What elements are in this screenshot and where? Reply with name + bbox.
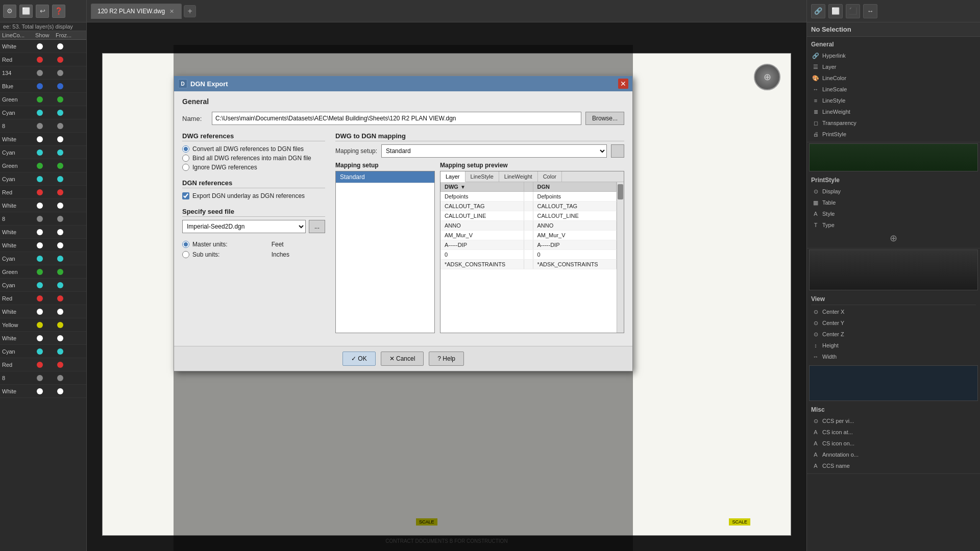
- layer-froz-dot[interactable]: [57, 136, 63, 142]
- layer-row[interactable]: Red: [0, 53, 86, 66]
- layer-row[interactable]: Cyan: [0, 172, 86, 186]
- radio-bind[interactable]: Bind all DWG references into main DGN fi…: [182, 154, 325, 163]
- layer-froz-dot[interactable]: [57, 256, 63, 262]
- layer-show-dot[interactable]: [37, 43, 43, 49]
- layer-row[interactable]: White: [0, 199, 86, 212]
- layer-froz-dot[interactable]: [57, 70, 63, 76]
- right-tool-3[interactable]: ⬛: [846, 4, 860, 18]
- layer-row[interactable]: Red: [0, 186, 86, 199]
- name-input[interactable]: [212, 112, 581, 125]
- layer-froz-dot[interactable]: [57, 96, 63, 103]
- layer-show-dot[interactable]: [37, 388, 43, 394]
- layer-show-dot[interactable]: [37, 110, 43, 116]
- mapping-setup-select[interactable]: Standard: [381, 144, 607, 158]
- layer-froz-dot[interactable]: [57, 203, 63, 209]
- layer-row[interactable]: White: [0, 332, 86, 345]
- layer-row[interactable]: 8: [0, 212, 86, 226]
- layer-show-dot[interactable]: [37, 123, 43, 129]
- layer-row[interactable]: Red: [0, 358, 86, 371]
- layer-row[interactable]: White: [0, 385, 86, 398]
- tool-icon-2[interactable]: ⬜: [19, 5, 33, 18]
- tool-icon-4[interactable]: ❓: [52, 5, 65, 18]
- layer-row[interactable]: Cyan: [0, 345, 86, 358]
- preview-table-row[interactable]: A-----DIPA-----DIP: [440, 240, 617, 250]
- layer-row[interactable]: Red: [0, 292, 86, 305]
- layer-froz-dot[interactable]: [57, 322, 63, 328]
- preview-tab-layer[interactable]: Layer: [440, 171, 465, 182]
- layer-show-dot[interactable]: [37, 176, 43, 182]
- tab-active[interactable]: 120 R2 PLAN VIEW.dwg ✕: [91, 4, 182, 19]
- layer-show-dot[interactable]: [37, 96, 43, 103]
- layer-show-dot[interactable]: [37, 189, 43, 195]
- layer-row[interactable]: Cyan: [0, 252, 86, 265]
- sub-units-row[interactable]: Sub units:: [182, 251, 263, 259]
- layer-froz-dot[interactable]: [57, 216, 63, 222]
- layer-row[interactable]: White: [0, 133, 86, 146]
- tool-icon-1[interactable]: ⚙: [3, 5, 16, 18]
- layer-show-dot[interactable]: [37, 309, 43, 315]
- preview-scrollbar[interactable]: [617, 182, 624, 333]
- layer-show-dot[interactable]: [37, 70, 43, 76]
- layer-row[interactable]: 134: [0, 66, 86, 80]
- browse-button[interactable]: Browse...: [585, 112, 624, 125]
- layer-froz-dot[interactable]: [57, 335, 63, 341]
- layer-froz-dot[interactable]: [57, 295, 63, 302]
- layer-row[interactable]: 8: [0, 119, 86, 133]
- layer-show-dot[interactable]: [37, 362, 43, 368]
- layer-show-dot[interactable]: [37, 149, 43, 156]
- help-button[interactable]: ? Help: [429, 352, 464, 366]
- layer-row[interactable]: Green: [0, 265, 86, 279]
- cancel-button[interactable]: ✕ Cancel: [381, 352, 424, 366]
- layer-froz-dot[interactable]: [57, 57, 63, 63]
- sub-units-radio[interactable]: [182, 251, 189, 258]
- dialog-close-button[interactable]: ✕: [618, 79, 628, 89]
- right-tool-4[interactable]: ↔: [863, 4, 877, 18]
- layer-froz-dot[interactable]: [57, 229, 63, 235]
- tool-icon-3[interactable]: ↩: [36, 5, 49, 18]
- layer-show-dot[interactable]: [37, 269, 43, 275]
- layer-froz-dot[interactable]: [57, 149, 63, 156]
- layer-froz-dot[interactable]: [57, 176, 63, 182]
- layer-show-dot[interactable]: [37, 136, 43, 142]
- preview-table-row[interactable]: ANNOANNO: [440, 221, 617, 231]
- mapping-ellipsis-button[interactable]: ...: [611, 144, 624, 158]
- layer-show-dot[interactable]: [37, 216, 43, 222]
- seed-ellipsis-button[interactable]: ...: [309, 220, 325, 233]
- layer-froz-dot[interactable]: [57, 282, 63, 288]
- new-tab-button[interactable]: +: [184, 5, 196, 17]
- radio-ignore[interactable]: Ignore DWG references: [182, 163, 325, 172]
- layer-row[interactable]: Cyan: [0, 279, 86, 292]
- mapping-list[interactable]: Standard: [335, 171, 435, 333]
- layer-froz-dot[interactable]: [57, 375, 63, 381]
- preview-table-row[interactable]: DefpointsDefpoints: [440, 192, 617, 202]
- right-tool-2[interactable]: ⬜: [828, 4, 843, 18]
- layer-froz-dot[interactable]: [57, 43, 63, 49]
- export-dgn-underlay-checkbox[interactable]: [182, 192, 189, 199]
- layer-show-dot[interactable]: [37, 335, 43, 341]
- layer-list[interactable]: WhiteRed134BlueGreenCyan8WhiteCyanGreenC…: [0, 40, 86, 551]
- layer-row[interactable]: White: [0, 40, 86, 53]
- preview-table-row[interactable]: *ADSK_CONSTRAINTS*ADSK_CONSTRAINTS: [440, 260, 617, 269]
- radio-ignore-input[interactable]: [182, 164, 189, 171]
- layer-row[interactable]: White: [0, 226, 86, 239]
- layer-froz-dot[interactable]: [57, 309, 63, 315]
- layer-row[interactable]: 8: [0, 371, 86, 385]
- layer-show-dot[interactable]: [37, 57, 43, 63]
- preview-tab-color[interactable]: Color: [538, 171, 562, 182]
- layer-froz-dot[interactable]: [57, 269, 63, 275]
- layer-froz-dot[interactable]: [57, 123, 63, 129]
- layer-row[interactable]: White: [0, 239, 86, 252]
- navigation-circle[interactable]: ⊕: [754, 64, 780, 90]
- radio-convert-input[interactable]: [182, 145, 189, 153]
- ok-button[interactable]: ✓ OK: [342, 352, 376, 366]
- layer-show-dot[interactable]: [37, 295, 43, 302]
- layer-show-dot[interactable]: [37, 163, 43, 169]
- layer-show-dot[interactable]: [37, 348, 43, 355]
- layer-row[interactable]: Yellow: [0, 318, 86, 332]
- layer-show-dot[interactable]: [37, 242, 43, 248]
- layer-row[interactable]: White: [0, 305, 86, 318]
- layer-froz-dot[interactable]: [57, 83, 63, 89]
- layer-show-dot[interactable]: [37, 256, 43, 262]
- seed-select[interactable]: Imperial-Seed2D.dgn Metric-Seed2D.dgn: [182, 220, 306, 233]
- preview-tab-lineweight[interactable]: LineWeight: [499, 171, 538, 182]
